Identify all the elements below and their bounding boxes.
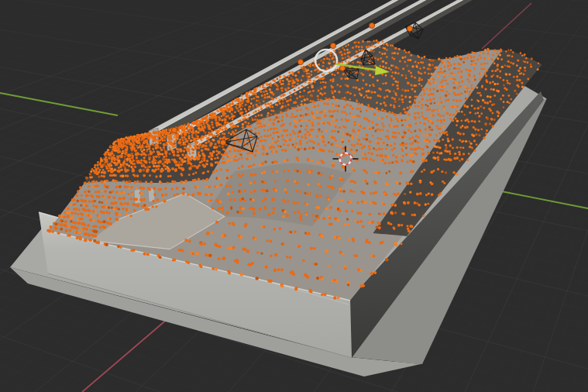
viewport-canvas[interactable] [0,0,588,392]
blender-3d-viewport[interactable] [0,0,588,392]
